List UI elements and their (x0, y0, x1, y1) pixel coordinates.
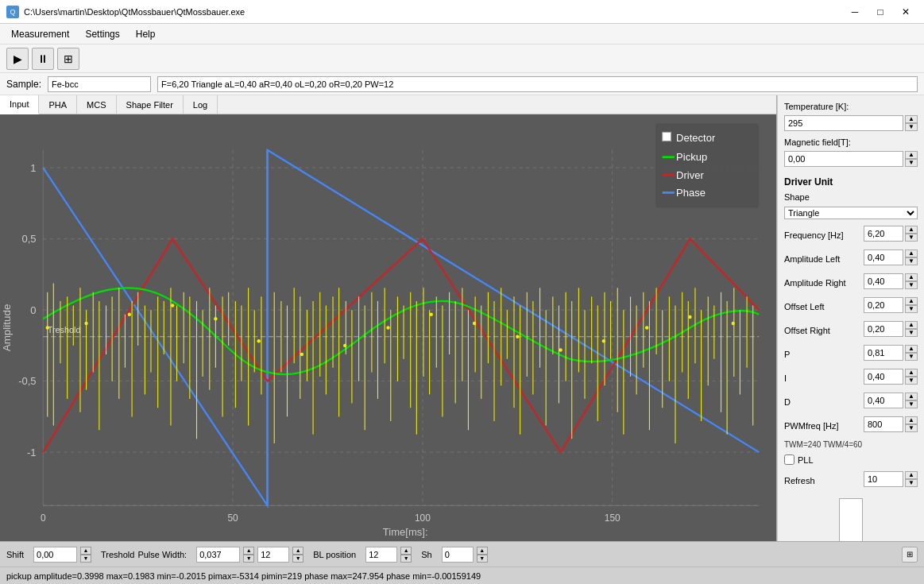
close-button[interactable]: ✕ (894, 3, 918, 21)
temperature-input[interactable] (784, 115, 903, 131)
menu-bar: Measurement Settings Help (0, 24, 924, 44)
param-frequency-input[interactable] (864, 226, 903, 242)
bl-position-label: BL position (313, 550, 356, 559)
maximize-button[interactable]: □ (868, 3, 892, 21)
tab-log[interactable]: Log (184, 95, 218, 114)
treshold-input[interactable] (196, 547, 240, 563)
param-offset-left-label: Offset Left (784, 302, 848, 311)
driver-unit-label: Driver Unit (784, 176, 918, 188)
param-frequency: Frequency [Hz] ▲ ▼ (784, 226, 918, 244)
offset-right-spinner: ▲ ▼ (905, 321, 918, 337)
refresh-label: Refresh (784, 476, 848, 485)
left-panel: Input PHA MCS Shape Filter Log (0, 95, 777, 541)
svg-point-141 (300, 353, 303, 356)
magnetic-spin-up[interactable]: ▲ (905, 151, 918, 159)
svg-text:Phase: Phase (676, 187, 706, 199)
menu-measurement[interactable]: Measurement (3, 27, 77, 41)
tab-input[interactable]: Input (0, 95, 39, 114)
svg-text:Detector: Detector (676, 131, 716, 143)
magnetic-spinner: ▲ ▼ (905, 151, 918, 167)
tab-shape-filter[interactable]: Shape Filter (117, 95, 184, 114)
tab-pha[interactable]: PHA (39, 95, 77, 114)
svg-text:150: 150 (605, 512, 621, 524)
magnetic-field-row: ▲ ▼ (784, 151, 918, 167)
param-amp-right: Amplitude Right ▲ ▼ (784, 273, 918, 292)
param-p-input[interactable] (864, 345, 903, 361)
pll-label: PLL (798, 455, 814, 465)
param-offset-left-input[interactable] (864, 297, 903, 313)
freq-spin-up[interactable]: ▲ (905, 226, 918, 234)
svg-text:0,5: 0,5 (21, 233, 36, 245)
refresh-input[interactable] (864, 471, 903, 487)
bl-position-input[interactable] (365, 547, 397, 563)
svg-point-144 (430, 312, 433, 315)
shift-input[interactable] (33, 547, 77, 563)
bottom-right-button[interactable]: ⊞ (902, 547, 918, 563)
svg-point-145 (473, 322, 476, 325)
bl-input-group: ▲ ▼ (365, 547, 412, 563)
offset-left-spinner: ▲ ▼ (905, 297, 918, 313)
play-button[interactable]: ▶ (6, 48, 29, 70)
i-spinner: ▲ ▼ (905, 369, 918, 385)
param-amp-right-input[interactable] (864, 273, 903, 289)
svg-point-138 (171, 304, 174, 307)
svg-text:Treshold: Treshold (48, 325, 81, 335)
param-frequency-value-row: ▲ ▼ (864, 226, 918, 242)
svg-point-143 (386, 326, 389, 329)
temperature-spin-down[interactable]: ▼ (905, 123, 918, 131)
param-offset-right-input[interactable] (864, 321, 903, 337)
grid-button[interactable]: ⊞ (57, 48, 79, 70)
svg-point-139 (214, 317, 217, 320)
svg-text:Time[ms]:: Time[ms]: (383, 526, 428, 538)
p-spinner: ▲ ▼ (905, 345, 918, 361)
treshold-input-group: ▲ ▼ ▲ ▼ (196, 547, 303, 563)
sample-row: Sample: (0, 73, 924, 95)
param-frequency-label: Frequency [Hz] (784, 230, 848, 240)
svg-point-146 (516, 335, 519, 338)
param-offset-right-label: Offset Right (784, 326, 848, 335)
svg-text:-1: -1 (27, 446, 37, 458)
svg-point-137 (128, 312, 131, 315)
svg-point-142 (343, 344, 346, 347)
param-amp-left-input[interactable] (864, 249, 903, 265)
twm-text: TWM=240 TWM/4=60 (784, 440, 918, 449)
sample-params-input[interactable] (157, 76, 918, 92)
magnetic-spin-down[interactable]: ▼ (905, 159, 918, 167)
svg-point-148 (602, 339, 605, 342)
param-i-input[interactable] (864, 369, 903, 385)
param-d-input[interactable] (864, 393, 903, 408)
menu-help[interactable]: Help (128, 27, 164, 41)
freq-spin-down[interactable]: ▼ (905, 234, 918, 242)
magnetic-field-label: Magnetic field[T]: (784, 137, 918, 147)
bottom-controls: Shift ▲ ▼ Treshold Pulse Width: ▲ ▼ ▲ ▼ … (0, 541, 924, 567)
treshold-group: Treshold Pulse Width: (101, 550, 187, 559)
pulse-width-label: Pulse Width: (137, 550, 187, 559)
minimize-button[interactable]: ─ (843, 3, 867, 21)
menu-settings[interactable]: Settings (77, 27, 127, 41)
pulse-width-input[interactable] (257, 547, 289, 563)
param-d: D ▲ ▼ (784, 393, 918, 411)
svg-text:100: 100 (415, 512, 431, 524)
status-text: pickup amplitude=0.3998 max=0.1983 min=-… (6, 571, 481, 581)
param-p-label: P (784, 350, 848, 359)
sample-name-input[interactable] (48, 76, 151, 92)
app-icon: Q (6, 6, 19, 18)
param-pwmfreq-input[interactable] (864, 416, 903, 432)
pll-checkbox[interactable] (784, 454, 794, 465)
sh-input[interactable] (442, 547, 474, 563)
amp-right-spinner: ▲ ▼ (905, 273, 918, 289)
sh-label: Sh (421, 550, 431, 559)
shape-select[interactable]: Triangle Sine Square (784, 207, 918, 219)
temperature-label: Temperature [K]: (784, 102, 918, 111)
temperature-spin-up[interactable]: ▲ (905, 115, 918, 123)
pause-button[interactable]: ⏸ (32, 48, 54, 70)
refresh-spinner: ▲ ▼ (905, 471, 918, 487)
svg-point-150 (688, 315, 691, 319)
svg-point-151 (732, 322, 735, 325)
magnetic-field-input[interactable] (784, 151, 903, 167)
right-panel: Temperature [K]: ▲ ▼ Magnetic field[T]: … (777, 95, 924, 541)
tab-mcs[interactable]: MCS (77, 95, 116, 114)
param-pwmfreq: PWMfreq [Hz] ▲ ▼ (784, 416, 918, 435)
svg-text:Pickup: Pickup (676, 151, 707, 163)
title-bar: Q C:\Users\martin\Desktop\QtMossbauer\Qt… (0, 0, 924, 24)
